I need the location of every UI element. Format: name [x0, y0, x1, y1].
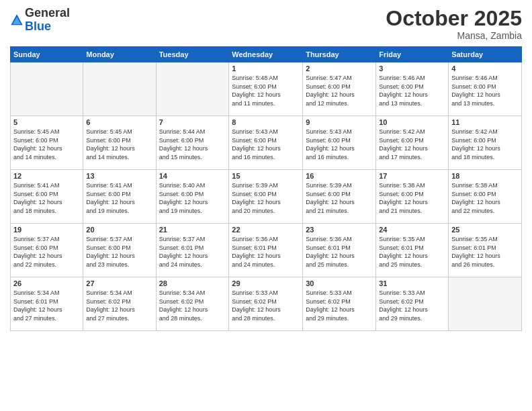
day-number: 7	[159, 118, 226, 126]
col-wednesday: Wednesday	[229, 47, 303, 62]
day-cell: 22Sunrise: 5:36 AMSunset: 6:01 PMDayligh…	[229, 224, 303, 277]
col-tuesday: Tuesday	[156, 47, 229, 62]
day-number: 2	[306, 64, 373, 73]
day-cell: 6Sunrise: 5:45 AMSunset: 6:00 PMDaylight…	[83, 116, 156, 170]
day-cell: 11Sunrise: 5:42 AMSunset: 6:00 PMDayligh…	[449, 116, 522, 170]
day-info: Sunrise: 5:48 AMSunset: 6:00 PMDaylight:…	[232, 74, 300, 107]
day-cell: 3Sunrise: 5:46 AMSunset: 6:00 PMDaylight…	[376, 62, 449, 116]
day-number: 11	[451, 118, 519, 126]
day-info: Sunrise: 5:42 AMSunset: 6:00 PMDaylight:…	[451, 128, 519, 161]
day-info: Sunrise: 5:34 AMSunset: 6:02 PMDaylight:…	[86, 289, 152, 322]
col-friday: Friday	[376, 47, 449, 62]
header: General Blue October 2025 Mansa, Zambia	[10, 7, 522, 41]
day-number: 20	[86, 226, 152, 234]
day-cell: 18Sunrise: 5:38 AMSunset: 6:00 PMDayligh…	[449, 170, 522, 224]
day-number: 29	[232, 279, 300, 287]
day-info: Sunrise: 5:42 AMSunset: 6:00 PMDaylight:…	[379, 128, 445, 161]
day-number: 12	[13, 172, 80, 180]
col-thursday: Thursday	[303, 47, 376, 62]
day-cell	[449, 277, 522, 331]
day-info: Sunrise: 5:35 AMSunset: 6:01 PMDaylight:…	[379, 235, 445, 269]
day-number: 21	[159, 226, 226, 234]
day-cell: 24Sunrise: 5:35 AMSunset: 6:01 PMDayligh…	[376, 224, 449, 277]
day-info: Sunrise: 5:34 AMSunset: 6:02 PMDaylight:…	[159, 289, 226, 322]
day-cell: 26Sunrise: 5:34 AMSunset: 6:01 PMDayligh…	[11, 277, 83, 331]
week-row-1: 1Sunrise: 5:48 AMSunset: 6:00 PMDaylight…	[11, 62, 522, 116]
day-info: Sunrise: 5:39 AMSunset: 6:00 PMDaylight:…	[232, 181, 300, 215]
day-cell: 15Sunrise: 5:39 AMSunset: 6:00 PMDayligh…	[229, 170, 303, 224]
day-info: Sunrise: 5:44 AMSunset: 6:00 PMDaylight:…	[159, 128, 226, 161]
day-info: Sunrise: 5:33 AMSunset: 6:02 PMDaylight:…	[232, 289, 300, 322]
day-info: Sunrise: 5:47 AMSunset: 6:00 PMDaylight:…	[306, 74, 373, 107]
day-number: 9	[306, 118, 373, 126]
title-block: October 2025 Mansa, Zambia	[386, 7, 522, 41]
day-cell: 2Sunrise: 5:47 AMSunset: 6:00 PMDaylight…	[303, 62, 376, 116]
day-cell	[11, 62, 83, 116]
day-cell: 23Sunrise: 5:36 AMSunset: 6:01 PMDayligh…	[303, 224, 376, 277]
day-cell: 30Sunrise: 5:33 AMSunset: 6:02 PMDayligh…	[303, 277, 376, 331]
logo-icon	[10, 13, 24, 27]
location: Mansa, Zambia	[386, 30, 522, 41]
day-cell: 16Sunrise: 5:39 AMSunset: 6:00 PMDayligh…	[303, 170, 376, 224]
logo-text: General Blue	[25, 7, 70, 34]
day-cell: 8Sunrise: 5:43 AMSunset: 6:00 PMDaylight…	[229, 116, 303, 170]
day-number: 27	[86, 279, 152, 287]
day-cell: 12Sunrise: 5:41 AMSunset: 6:00 PMDayligh…	[11, 170, 83, 224]
day-cell: 25Sunrise: 5:35 AMSunset: 6:01 PMDayligh…	[449, 224, 522, 277]
week-row-3: 12Sunrise: 5:41 AMSunset: 6:00 PMDayligh…	[11, 170, 522, 224]
day-number: 15	[232, 172, 300, 180]
day-number: 22	[232, 226, 300, 234]
day-info: Sunrise: 5:41 AMSunset: 6:00 PMDaylight:…	[13, 181, 80, 215]
col-sunday: Sunday	[11, 47, 83, 62]
day-info: Sunrise: 5:37 AMSunset: 6:00 PMDaylight:…	[86, 235, 152, 269]
logo-general: General	[25, 6, 70, 19]
day-number: 13	[86, 172, 152, 180]
day-cell: 20Sunrise: 5:37 AMSunset: 6:00 PMDayligh…	[83, 224, 156, 277]
day-info: Sunrise: 5:36 AMSunset: 6:01 PMDaylight:…	[306, 235, 373, 269]
day-info: Sunrise: 5:40 AMSunset: 6:00 PMDaylight:…	[159, 181, 226, 215]
calendar: Sunday Monday Tuesday Wednesday Thursday…	[10, 46, 522, 331]
day-info: Sunrise: 5:43 AMSunset: 6:00 PMDaylight:…	[306, 128, 373, 161]
day-number: 3	[379, 64, 445, 73]
calendar-header-row: Sunday Monday Tuesday Wednesday Thursday…	[11, 47, 522, 62]
col-monday: Monday	[83, 47, 156, 62]
day-number: 24	[379, 226, 445, 234]
day-cell	[83, 62, 156, 116]
day-cell: 17Sunrise: 5:38 AMSunset: 6:00 PMDayligh…	[376, 170, 449, 224]
page: General Blue October 2025 Mansa, Zambia …	[0, 0, 532, 411]
day-info: Sunrise: 5:37 AMSunset: 6:01 PMDaylight:…	[159, 235, 226, 269]
day-info: Sunrise: 5:39 AMSunset: 6:00 PMDaylight:…	[306, 181, 373, 215]
day-cell: 27Sunrise: 5:34 AMSunset: 6:02 PMDayligh…	[83, 277, 156, 331]
month-title: October 2025	[386, 7, 522, 30]
day-number: 23	[306, 226, 373, 234]
day-cell: 29Sunrise: 5:33 AMSunset: 6:02 PMDayligh…	[229, 277, 303, 331]
day-info: Sunrise: 5:43 AMSunset: 6:00 PMDaylight:…	[232, 128, 300, 161]
day-info: Sunrise: 5:45 AMSunset: 6:00 PMDaylight:…	[86, 128, 152, 161]
day-number: 30	[306, 279, 373, 287]
day-cell: 14Sunrise: 5:40 AMSunset: 6:00 PMDayligh…	[156, 170, 229, 224]
week-row-5: 26Sunrise: 5:34 AMSunset: 6:01 PMDayligh…	[11, 277, 522, 331]
day-info: Sunrise: 5:33 AMSunset: 6:02 PMDaylight:…	[306, 289, 373, 322]
day-info: Sunrise: 5:38 AMSunset: 6:00 PMDaylight:…	[379, 181, 445, 215]
col-saturday: Saturday	[449, 47, 522, 62]
day-number: 31	[379, 279, 445, 287]
day-number: 17	[379, 172, 445, 180]
day-info: Sunrise: 5:34 AMSunset: 6:01 PMDaylight:…	[13, 289, 80, 322]
day-info: Sunrise: 5:35 AMSunset: 6:01 PMDaylight:…	[451, 235, 519, 269]
logo-blue: Blue	[25, 19, 51, 33]
day-cell: 10Sunrise: 5:42 AMSunset: 6:00 PMDayligh…	[376, 116, 449, 170]
day-info: Sunrise: 5:46 AMSunset: 6:00 PMDaylight:…	[451, 74, 519, 107]
day-number: 16	[306, 172, 373, 180]
day-number: 19	[13, 226, 80, 234]
day-number: 28	[159, 279, 226, 287]
day-info: Sunrise: 5:45 AMSunset: 6:00 PMDaylight:…	[13, 128, 80, 161]
day-cell: 9Sunrise: 5:43 AMSunset: 6:00 PMDaylight…	[303, 116, 376, 170]
day-number: 1	[232, 64, 300, 73]
day-cell: 13Sunrise: 5:41 AMSunset: 6:00 PMDayligh…	[83, 170, 156, 224]
day-cell	[156, 62, 229, 116]
day-info: Sunrise: 5:46 AMSunset: 6:00 PMDaylight:…	[379, 74, 445, 107]
week-row-4: 19Sunrise: 5:37 AMSunset: 6:00 PMDayligh…	[11, 224, 522, 277]
day-cell: 5Sunrise: 5:45 AMSunset: 6:00 PMDaylight…	[11, 116, 83, 170]
week-row-2: 5Sunrise: 5:45 AMSunset: 6:00 PMDaylight…	[11, 116, 522, 170]
day-info: Sunrise: 5:33 AMSunset: 6:02 PMDaylight:…	[379, 289, 445, 322]
